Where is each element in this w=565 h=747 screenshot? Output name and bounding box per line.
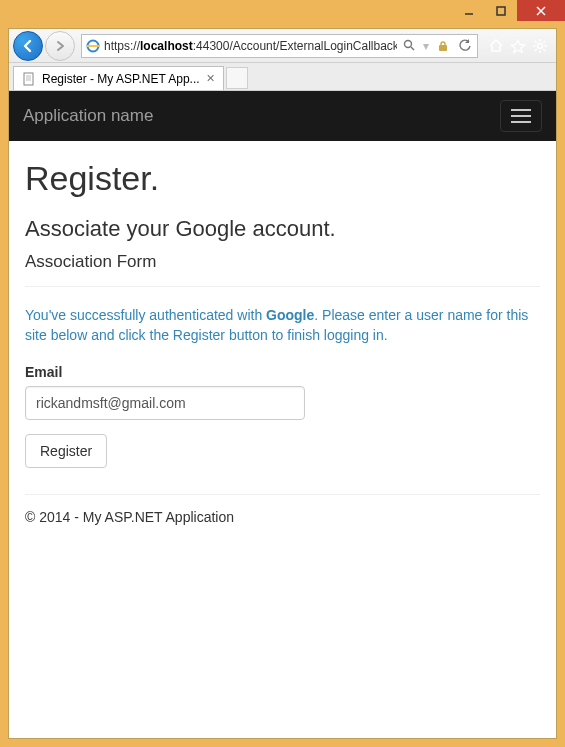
svg-line-6 (411, 47, 414, 50)
app-navbar: Application name (9, 91, 556, 141)
maximize-button[interactable] (485, 0, 517, 21)
page-subtitle: Associate your Google account. (25, 216, 540, 242)
email-label: Email (25, 364, 540, 380)
close-window-button[interactable] (517, 0, 565, 21)
footer-text: © 2014 - My ASP.NET Application (25, 509, 540, 525)
page-viewport: Application name Register. Associate you… (9, 91, 556, 738)
tab-strip: Register - My ASP.NET App... ✕ (9, 63, 556, 91)
svg-line-16 (543, 41, 545, 43)
association-form: Email Register (25, 364, 540, 468)
refresh-icon[interactable] (457, 38, 473, 54)
search-icon[interactable] (401, 38, 417, 54)
svg-rect-1 (497, 7, 505, 15)
minimize-button[interactable] (453, 0, 485, 21)
navbar-toggle-button[interactable] (500, 100, 542, 132)
ie-icon (86, 39, 100, 53)
form-heading: Association Form (25, 252, 540, 272)
home-icon[interactable] (488, 38, 504, 54)
email-field[interactable] (25, 386, 305, 420)
address-bar[interactable]: https://localhost:44300/Account/External… (81, 34, 478, 58)
forward-button[interactable] (45, 31, 75, 61)
register-button[interactable]: Register (25, 434, 107, 468)
svg-line-15 (535, 49, 537, 51)
divider (25, 286, 540, 287)
browser-frame: https://localhost:44300/Account/External… (8, 28, 557, 739)
svg-point-8 (538, 43, 543, 48)
window-titlebar (0, 0, 565, 28)
address-url: https://localhost:44300/Account/External… (104, 39, 397, 53)
svg-point-5 (404, 41, 411, 48)
browser-right-icons (484, 38, 552, 54)
new-tab-button[interactable] (226, 67, 248, 89)
favorites-icon[interactable] (510, 38, 526, 54)
footer-divider (25, 494, 540, 495)
page-title: Register. (25, 159, 540, 198)
svg-rect-7 (439, 45, 447, 51)
page-content: Register. Associate your Google account.… (9, 141, 556, 543)
page-favicon (22, 72, 36, 86)
browser-toolbar: https://localhost:44300/Account/External… (9, 29, 556, 63)
address-tools: ▾ (401, 38, 473, 54)
svg-line-14 (543, 49, 545, 51)
tab-close-icon[interactable]: ✕ (206, 72, 215, 85)
app-brand[interactable]: Application name (23, 106, 153, 126)
info-text: You've successfully authenticated with G… (25, 305, 540, 346)
settings-icon[interactable] (532, 38, 548, 54)
tab-title: Register - My ASP.NET App... (42, 72, 200, 86)
back-button[interactable] (13, 31, 43, 61)
svg-rect-17 (24, 73, 33, 85)
lock-icon[interactable] (435, 38, 451, 54)
browser-tab[interactable]: Register - My ASP.NET App... ✕ (13, 66, 224, 90)
svg-line-13 (535, 41, 537, 43)
